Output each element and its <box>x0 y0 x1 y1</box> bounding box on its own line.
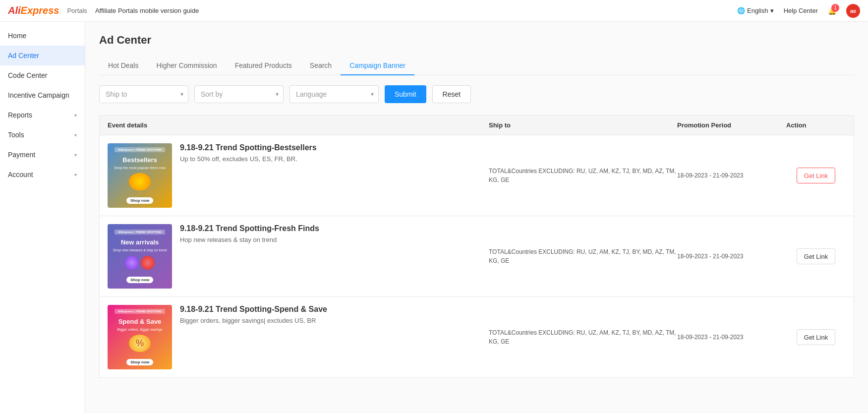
event-thumbnail: AliExpress | TREND SPOTTING New arrivals… <box>108 224 172 289</box>
event-info: 9.18-9.21 Trend Spotting-Bestsellers Up … <box>180 143 489 163</box>
notification-bell[interactable]: 🔔 1 <box>828 7 836 15</box>
col-header-ship-to: Ship to <box>489 121 677 129</box>
thumb-inner: AliExpress | TREND SPOTTING Bestsellers … <box>108 143 172 208</box>
event-thumbnail: AliExpress | TREND SPOTTING Spend & Save… <box>108 305 172 369</box>
table-row: AliExpress | TREND SPOTTING Bestsellers … <box>99 135 854 216</box>
content-area: Ad Center Hot Deals Higher Commission Fe… <box>85 22 868 413</box>
sidebar-item-label: Reports <box>8 111 32 119</box>
thumb-subtext: Bigger orders, bigger savings <box>117 327 162 332</box>
sidebar: Home Ad Center Code Center Incentive Cam… <box>0 22 85 413</box>
event-cell: AliExpress | TREND SPOTTING Spend & Save… <box>108 305 489 369</box>
sidebar-item-account[interactable]: Account ▾ <box>0 165 85 184</box>
thumb-headline: New arrivals <box>121 238 159 246</box>
col-header-event-details: Event details <box>108 121 489 129</box>
sidebar-item-code-center[interactable]: Code Center <box>0 65 85 85</box>
tab-higher-commission[interactable]: Higher Commission <box>147 57 226 75</box>
chevron-down-icon: ▾ <box>74 172 77 177</box>
chevron-down-icon: ▾ <box>74 152 77 158</box>
user-initials: ae <box>850 8 856 14</box>
sidebar-item-reports[interactable]: Reports ▾ <box>0 105 85 125</box>
results-table: Event details Ship to Promotion Period A… <box>99 115 854 378</box>
chevron-down-icon: ▾ <box>74 132 77 138</box>
thumb-shop-btn: Shop now <box>126 277 153 283</box>
thumb-subtext: Shop new releases & stay on trend <box>113 248 167 252</box>
language-selector[interactable]: 🌐 English ▾ <box>737 7 774 14</box>
get-link-button[interactable]: Get Link <box>797 248 835 264</box>
notification-badge: 1 <box>831 4 839 12</box>
thumb-headline: Spend & Save <box>118 318 162 325</box>
event-cell: AliExpress | TREND SPOTTING Bestsellers … <box>108 143 489 208</box>
tab-featured-products[interactable]: Featured Products <box>226 57 301 75</box>
event-info: 9.18-9.21 Trend Spotting-Spend & Save Bi… <box>180 305 489 324</box>
get-link-button[interactable]: Get Link <box>797 329 835 345</box>
sidebar-item-payment[interactable]: Payment ▾ <box>0 145 85 165</box>
thumb-product-1 <box>125 256 139 270</box>
tab-label: Featured Products <box>235 61 292 69</box>
reset-button[interactable]: Reset <box>432 85 471 103</box>
thumb-brand: AliExpress | TREND SPOTTING <box>115 147 165 152</box>
thumb-products <box>125 256 155 270</box>
sidebar-item-label: Incentive Campaign <box>8 91 69 99</box>
get-link-button[interactable]: Get Link <box>797 168 835 183</box>
table-row: AliExpress | TREND SPOTTING Spend & Save… <box>99 296 854 378</box>
main-layout: Home Ad Center Code Center Incentive Cam… <box>0 22 868 413</box>
thumb-subtext: Shop the most popular items now <box>114 166 166 170</box>
sort-by-select[interactable]: Sort by <box>194 85 284 103</box>
thumb-brand: AliExpress | TREND SPOTTING <box>115 309 165 314</box>
table-header: Event details Ship to Promotion Period A… <box>99 115 854 135</box>
thumb-product-image <box>129 173 151 190</box>
thumb-shop-btn: Shop now <box>126 197 153 204</box>
event-description: Bigger orders, bigger savings| excludes … <box>180 317 489 324</box>
thumb-product-image: % <box>129 335 151 352</box>
logo-express: Express <box>21 5 59 16</box>
sidebar-item-label: Payment <box>8 151 35 159</box>
user-avatar[interactable]: ae <box>846 4 860 18</box>
chevron-down-icon: ▾ <box>74 113 77 118</box>
event-title: 9.18-9.21 Trend Spotting-Spend & Save <box>180 305 489 314</box>
guide-link[interactable]: Affiliate Portals mobile version guide <box>95 7 199 14</box>
col-header-promotion-period: Promotion Period <box>677 121 786 129</box>
tab-campaign-banner[interactable]: Campaign Banner <box>341 57 414 75</box>
tab-label: Search <box>310 61 332 69</box>
tab-label: Campaign Banner <box>349 61 405 69</box>
sidebar-item-label: Ad Center <box>8 52 39 59</box>
sort-by-select-wrapper: Sort by <box>194 85 284 103</box>
portals-link[interactable]: Portals <box>67 7 87 14</box>
sidebar-item-tools[interactable]: Tools ▾ <box>0 125 85 145</box>
submit-button[interactable]: Submit <box>385 85 426 103</box>
sidebar-item-label: Home <box>8 32 26 40</box>
col-header-action: Action <box>786 121 846 129</box>
top-navigation: AliExpress Portals Affiliate Portals mob… <box>0 0 868 22</box>
event-description: Up to 50% off, excludes US, ES, FR, BR. <box>180 155 489 163</box>
ship-to-cell: TOTAL&Countries EXCLUDING: RU, UZ, AM, K… <box>489 328 677 346</box>
ship-to-cell: TOTAL&Countries EXCLUDING: RU, UZ, AM, K… <box>489 247 677 265</box>
promotion-period-cell: 18-09-2023 - 21-09-2023 <box>677 172 786 179</box>
sidebar-item-label: Tools <box>8 131 24 139</box>
language-select[interactable]: Language <box>289 85 379 103</box>
action-cell: Get Link <box>786 329 846 345</box>
nav-right: 🌐 English ▾ Help Center 🔔 1 ae <box>737 4 860 18</box>
promotion-period-cell: 18-09-2023 - 21-09-2023 <box>677 334 786 341</box>
lang-label: English <box>747 7 768 14</box>
sidebar-item-ad-center[interactable]: Ad Center <box>0 46 85 65</box>
ship-to-select[interactable]: Ship to <box>99 85 188 103</box>
event-info: 9.18-9.21 Trend Spotting-Fresh Finds Hop… <box>180 224 489 243</box>
event-thumbnail: AliExpress | TREND SPOTTING Bestsellers … <box>108 143 172 208</box>
action-cell: Get Link <box>786 168 846 183</box>
event-title: 9.18-9.21 Trend Spotting-Fresh Finds <box>180 224 489 233</box>
tab-search[interactable]: Search <box>301 57 341 75</box>
language-select-wrapper: Language <box>289 85 379 103</box>
tab-label: Hot Deals <box>108 61 138 69</box>
help-center-link[interactable]: Help Center <box>784 7 818 14</box>
logo[interactable]: AliExpress <box>8 5 59 16</box>
thumb-inner: AliExpress | TREND SPOTTING Spend & Save… <box>108 305 172 369</box>
sidebar-item-label: Code Center <box>8 71 47 79</box>
thumb-headline: Bestsellers <box>122 156 157 164</box>
thumb-inner: AliExpress | TREND SPOTTING New arrivals… <box>108 224 172 289</box>
logo-ali: Ali <box>8 5 21 16</box>
globe-icon: 🌐 <box>737 7 745 14</box>
tab-hot-deals[interactable]: Hot Deals <box>99 57 147 75</box>
filters-bar: Ship to Sort by Language Submit Reset <box>99 85 854 103</box>
sidebar-item-incentive-campaign[interactable]: Incentive Campaign <box>0 85 85 105</box>
sidebar-item-home[interactable]: Home <box>0 26 85 46</box>
